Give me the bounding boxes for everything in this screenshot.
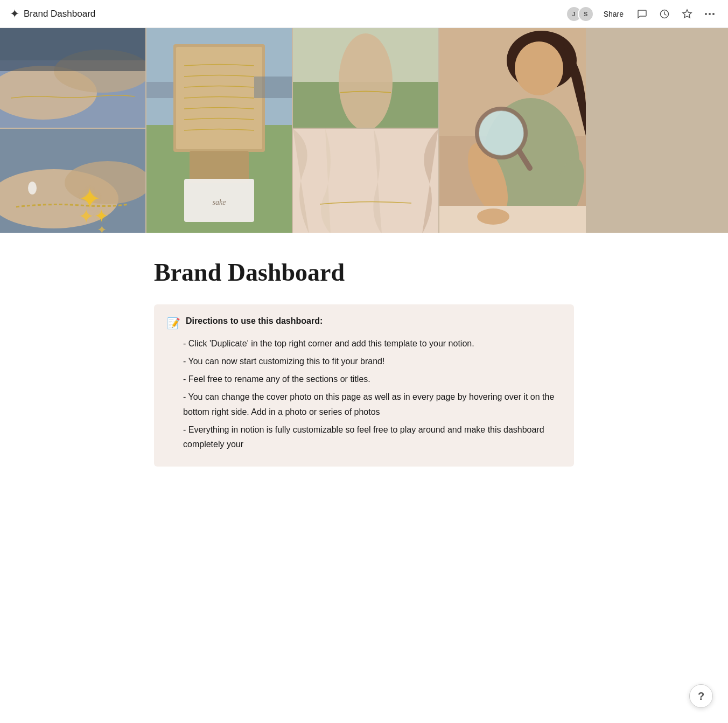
page-title-nav: Brand Dashboard bbox=[24, 9, 95, 19]
svg-point-39 bbox=[477, 208, 509, 225]
topbar-left: ✦ Brand Dashboard bbox=[10, 7, 95, 21]
svg-point-12 bbox=[28, 182, 37, 194]
svg-text:sake: sake bbox=[213, 198, 226, 206]
cover-photo-6 bbox=[439, 28, 586, 233]
svg-rect-8 bbox=[0, 60, 145, 71]
callout-line-4: - You can change the cover photo on this… bbox=[183, 390, 561, 419]
svg-rect-38 bbox=[439, 206, 586, 233]
callout-line-2: - You can now start customizing this to … bbox=[183, 354, 561, 369]
svg-point-2 bbox=[709, 13, 711, 15]
cover-image-area: ✦ ✦ bbox=[0, 28, 728, 233]
svg-rect-7 bbox=[0, 28, 145, 60]
comment-button[interactable] bbox=[633, 6, 650, 22]
svg-rect-28 bbox=[293, 129, 438, 233]
svg-text:✦: ✦ bbox=[78, 205, 94, 227]
callout-line-5: - Everything in notion is fully customiz… bbox=[183, 422, 561, 451]
share-button[interactable]: Share bbox=[599, 8, 628, 20]
cover-photo-2: ✦ ✦ bbox=[0, 129, 145, 233]
callout-emoji: 📝 bbox=[167, 317, 180, 330]
help-button[interactable]: ? bbox=[689, 684, 713, 708]
more-button[interactable] bbox=[701, 10, 718, 18]
svg-point-27 bbox=[339, 33, 393, 128]
cover-photo-1 bbox=[0, 28, 145, 128]
svg-point-3 bbox=[712, 13, 715, 15]
more-icon bbox=[704, 12, 715, 16]
svg-point-32 bbox=[515, 41, 563, 95]
history-icon bbox=[659, 9, 670, 19]
svg-text:✦: ✦ bbox=[97, 223, 107, 233]
cover-photo-4 bbox=[293, 28, 438, 128]
cover-photo-5 bbox=[293, 129, 438, 233]
star-icon bbox=[682, 9, 692, 19]
star-button[interactable] bbox=[678, 6, 696, 22]
svg-rect-22 bbox=[146, 82, 173, 98]
cover-photo-3: sake bbox=[146, 28, 292, 233]
topbar-right: J S Share bbox=[566, 6, 718, 22]
callout-title: Directions to use this dashboard: bbox=[186, 316, 323, 326]
svg-rect-19 bbox=[190, 151, 249, 183]
page-title: Brand Dashboard bbox=[154, 259, 574, 287]
svg-point-37 bbox=[479, 110, 524, 156]
callout-box: 📝 Directions to use this dashboard: - Cl… bbox=[154, 304, 574, 467]
callout-header: 📝 Directions to use this dashboard: bbox=[167, 316, 561, 330]
topbar: ✦ Brand Dashboard J S Share bbox=[0, 0, 728, 28]
svg-point-1 bbox=[705, 13, 707, 15]
callout-line-1: - Click 'Duplicate' in the top right cor… bbox=[183, 336, 561, 351]
svg-rect-23 bbox=[254, 77, 292, 98]
avatar-s: S bbox=[578, 6, 594, 22]
cover-grid: ✦ ✦ bbox=[0, 28, 728, 233]
callout-line-3: - Feel free to rename any of the section… bbox=[183, 372, 561, 386]
sparkle-icon: ✦ bbox=[10, 7, 19, 21]
avatar-group: J S bbox=[566, 6, 594, 22]
comment-icon bbox=[636, 9, 647, 19]
history-button[interactable] bbox=[656, 6, 673, 22]
main-content: Brand Dashboard 📝 Directions to use this… bbox=[132, 233, 596, 516]
callout-body: - Click 'Duplicate' in the top right cor… bbox=[167, 336, 561, 451]
